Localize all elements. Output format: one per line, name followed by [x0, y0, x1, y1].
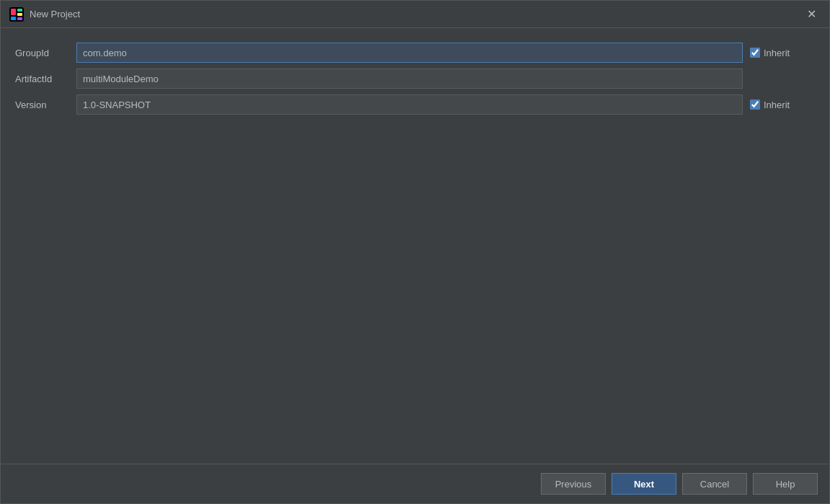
version-row: Version Inherit [15, 94, 815, 115]
svg-rect-4 [11, 17, 16, 20]
version-label: Version [15, 100, 69, 110]
artifactid-row: ArtifactId [15, 68, 815, 89]
button-bar: Previous Next Cancel Help [1, 464, 829, 503]
dialog-title: New Project [30, 9, 80, 19]
svg-rect-3 [17, 13, 22, 16]
help-button[interactable]: Help [753, 473, 818, 495]
artifactid-label: ArtifactId [15, 74, 69, 84]
artifactid-input[interactable] [76, 68, 743, 89]
app-icon [9, 7, 24, 22]
groupid-inherit-checkbox[interactable] [750, 48, 760, 58]
groupid-input[interactable] [76, 43, 743, 63]
form-area: GroupId Inherit ArtifactId Version [15, 43, 815, 115]
next-button[interactable]: Next [612, 473, 676, 495]
groupid-label: GroupId [15, 48, 69, 58]
version-inherit-checkbox[interactable] [750, 100, 760, 110]
version-inherit-container: Inherit [750, 100, 815, 110]
dialog-content: GroupId Inherit ArtifactId Version [1, 28, 829, 464]
previous-button[interactable]: Previous [541, 473, 606, 495]
groupid-inherit-container: Inherit [750, 48, 815, 58]
cancel-button[interactable]: Cancel [682, 473, 747, 495]
svg-rect-2 [17, 9, 22, 12]
new-project-dialog: New Project ✕ GroupId Inherit ArtifactId [0, 0, 830, 504]
groupid-row: GroupId Inherit [15, 43, 815, 63]
title-bar: New Project ✕ [1, 1, 829, 28]
title-bar-left: New Project [9, 7, 80, 22]
svg-rect-5 [17, 17, 22, 20]
version-inherit-label: Inherit [764, 100, 790, 110]
version-input[interactable] [76, 94, 743, 115]
svg-rect-1 [11, 9, 16, 15]
groupid-inherit-label: Inherit [764, 48, 790, 58]
close-button[interactable]: ✕ [803, 7, 821, 22]
